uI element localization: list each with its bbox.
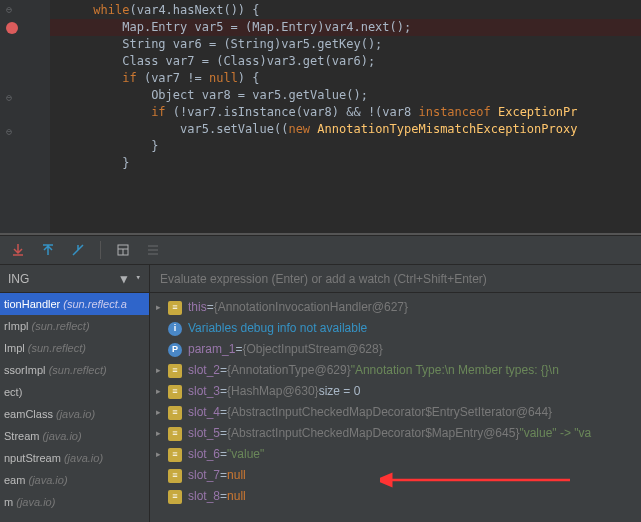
- code-token: if: [50, 71, 144, 85]
- variables-list[interactable]: ▸≡this = {AnnotationInvocationHandler@62…: [150, 293, 641, 522]
- variable-row[interactable]: ▸≡slot_3 = {HashMap@630} size = 0: [150, 381, 641, 402]
- debug-panels: ING ▼ ▾ tionHandler (sun.reflect.arImpl …: [0, 265, 641, 522]
- frame-item[interactable]: Impl (sun.reflect): [0, 337, 149, 359]
- code-line: Class var7 = (Class)var3.get(var6);: [50, 53, 641, 70]
- code-line: String var6 = (String)var5.getKey();: [50, 36, 641, 53]
- frames-panel: ING ▼ ▾ tionHandler (sun.reflect.arImpl …: [0, 265, 150, 522]
- frames-header: ING ▼ ▾: [0, 265, 149, 293]
- frame-item[interactable]: ect): [0, 381, 149, 403]
- code-line: }: [50, 155, 641, 172]
- frame-item[interactable]: eam (java.io): [0, 469, 149, 491]
- code-token: (var7 !=: [144, 71, 209, 85]
- frames-list[interactable]: tionHandler (sun.reflect.arImpl (sun.ref…: [0, 293, 149, 522]
- code-token: (!var7.isInstance(var8) && !(var8: [173, 105, 419, 119]
- code-token: instanceof: [418, 105, 497, 119]
- code-area[interactable]: while(var4.hasNext()) { Map.Entry var5 =…: [50, 0, 641, 233]
- code-token: null: [209, 71, 238, 85]
- frames-title: ING: [8, 272, 29, 286]
- variable-row[interactable]: ▸≡slot_6 = "value": [150, 444, 641, 465]
- frame-item[interactable]: tionHandler (sun.reflect.a: [0, 293, 149, 315]
- code-token: (var4.hasNext()) {: [129, 3, 259, 17]
- variable-row[interactable]: ≡slot_8 = null: [150, 486, 641, 507]
- frame-item[interactable]: rImpl (sun.reflect): [0, 315, 149, 337]
- code-token: ) {: [238, 71, 260, 85]
- collapse-icon[interactable]: ⊖: [6, 90, 12, 104]
- frame-item[interactable]: nputStream (java.io): [0, 447, 149, 469]
- debug-toolbar: [0, 235, 641, 265]
- upload-icon[interactable]: [40, 242, 56, 258]
- frame-item[interactable]: m (java.io): [0, 491, 149, 513]
- variable-row[interactable]: ▸≡slot_4 = {AbstractInputCheckedMapDecor…: [150, 402, 641, 423]
- variable-row[interactable]: ≡slot_7 = null: [150, 465, 641, 486]
- dropdown-icon[interactable]: ▾: [136, 272, 141, 286]
- code-token: while: [50, 3, 129, 17]
- code-editor[interactable]: ⊖ ⊖ ⊖ while(var4.hasNext()) { Map.Entry …: [0, 0, 641, 233]
- code-token: AnnotationTypeMismatchExceptionProxy: [317, 122, 577, 136]
- code-token: ExceptionPr: [498, 105, 577, 119]
- collapse-icon[interactable]: ⊖: [6, 2, 12, 16]
- frame-item[interactable]: ssorImpl (sun.reflect): [0, 359, 149, 381]
- frame-item[interactable]: eamClass (java.io): [0, 403, 149, 425]
- download-icon[interactable]: [10, 242, 26, 258]
- toolbar-separator: [100, 241, 101, 259]
- breakpoint-icon[interactable]: [6, 22, 18, 34]
- frame-item[interactable]: Stream (java.io): [0, 425, 149, 447]
- mute-icon[interactable]: [70, 242, 86, 258]
- code-line: }: [50, 138, 641, 155]
- variables-panel: Evaluate expression (Enter) or add a wat…: [150, 265, 641, 522]
- code-token: new: [288, 122, 317, 136]
- list-icon[interactable]: [145, 242, 161, 258]
- watch-input[interactable]: Evaluate expression (Enter) or add a wat…: [150, 265, 641, 293]
- filter-icon[interactable]: ▼: [120, 272, 127, 286]
- calculator-icon[interactable]: [115, 242, 131, 258]
- variable-row[interactable]: ▸≡slot_5 = {AbstractInputCheckedMapDecor…: [150, 423, 641, 444]
- code-token: if: [50, 105, 173, 119]
- collapse-icon[interactable]: ⊖: [6, 124, 12, 138]
- gutter: ⊖ ⊖ ⊖: [0, 0, 50, 233]
- code-token: var5.setValue((: [50, 122, 288, 136]
- variable-row[interactable]: ▸≡slot_2 = {AnnotationType@629} "Annotat…: [150, 360, 641, 381]
- variable-row[interactable]: iVariables debug info not available: [150, 318, 641, 339]
- variable-row[interactable]: ▸≡this = {AnnotationInvocationHandler@62…: [150, 297, 641, 318]
- code-line-breakpoint: Map.Entry var5 = (Map.Entry)var4.next();: [50, 19, 641, 36]
- code-line: Object var8 = var5.getValue();: [50, 87, 641, 104]
- variable-row[interactable]: Pparam_1 = {ObjectInputStream@628}: [150, 339, 641, 360]
